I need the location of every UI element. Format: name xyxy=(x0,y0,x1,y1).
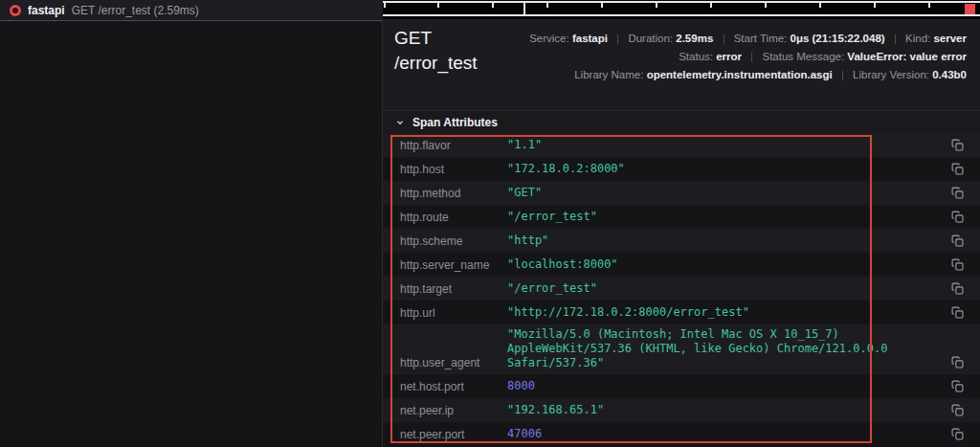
attr-row-http-method: http.method "GET" xyxy=(383,181,980,205)
status-value: error xyxy=(716,51,742,62)
attr-row-http-url: http.url "http://172.18.0.2:8000/error_t… xyxy=(383,301,980,324)
divider xyxy=(842,71,843,80)
attr-row-http-target: http.target "/error_test" xyxy=(383,277,980,301)
attr-row-http-host: http.host "172.18.0.2:8000" xyxy=(383,157,980,181)
attr-key: net.peer.ip xyxy=(400,404,507,417)
library-version-label: Library Version: xyxy=(853,69,929,80)
error-marker-icon xyxy=(965,4,975,14)
copy-icon[interactable] xyxy=(947,256,967,275)
kind-value: server xyxy=(933,33,967,44)
span-meta: Service: fastapi Duration: 2.59ms Start … xyxy=(529,30,967,84)
library-name-value: opentelemetry.instrumentation.asgi xyxy=(647,69,833,80)
ruler-cursor[interactable] xyxy=(523,1,525,16)
attr-row-http-user-agent: http.user_agent "Mozilla/5.0 (Macintosh;… xyxy=(383,324,980,374)
library-version-value: 0.43b0 xyxy=(932,69,967,80)
attr-row-net-host-port: net.host.port 8000 xyxy=(383,374,980,398)
copy-icon[interactable] xyxy=(947,136,967,155)
ruler-line xyxy=(383,1,980,3)
span-title: GET /error_test xyxy=(394,26,478,76)
ruler-tick xyxy=(765,2,767,8)
meta-line-2: Status: error Status Message: ValueError… xyxy=(529,48,967,66)
error-service-icon xyxy=(10,5,21,16)
attr-key: http.target xyxy=(400,282,507,296)
copy-icon[interactable] xyxy=(947,160,967,179)
duration-value: 2.59ms xyxy=(676,33,713,44)
meta-line-1: Service: fastapi Duration: 2.59ms Start … xyxy=(529,30,967,48)
status-message-value: ValueError: value error xyxy=(847,51,967,62)
attr-key: http.scheme xyxy=(400,235,507,248)
divider xyxy=(751,53,752,62)
service-label: Service: xyxy=(529,33,569,44)
attr-key: http.url xyxy=(400,306,507,320)
root-span-row[interactable]: fastapi GET /error_test (2.59ms) xyxy=(0,0,383,20)
attr-key: net.host.port xyxy=(400,380,507,393)
attr-row-http-scheme: http.scheme "http" xyxy=(383,229,980,253)
copy-icon[interactable] xyxy=(947,303,967,323)
span-attributes-section-toggle[interactable]: Span Attributes xyxy=(383,110,980,133)
meta-line-3: Library Name: opentelemetry.instrumentat… xyxy=(529,66,967,84)
span-method: GET xyxy=(394,26,478,51)
attr-value: "http" xyxy=(507,234,936,248)
trace-tree-pane: fastapi GET /error_test (2.59ms) xyxy=(0,0,383,447)
service-name: fastapi xyxy=(28,4,65,17)
ruler-tick xyxy=(546,2,548,8)
kind-label: Kind: xyxy=(905,33,930,44)
copy-icon[interactable] xyxy=(947,425,967,444)
attr-value: "localhost:8000" xyxy=(507,257,936,272)
span-detail-header: GET /error_test Service: fastapi Duratio… xyxy=(383,19,980,110)
attr-value: 8000 xyxy=(507,379,936,393)
copy-icon[interactable] xyxy=(947,401,967,420)
span-attributes-table: http.flavor "1.1" http.host "172.18.0.2:… xyxy=(383,133,980,446)
attr-row-net-peer-ip: net.peer.ip "192.168.65.1" xyxy=(383,398,980,422)
divider xyxy=(895,34,896,44)
span-detail-pane: GET /error_test Service: fastapi Duratio… xyxy=(383,0,980,447)
ruler-line xyxy=(383,14,980,16)
status-label: Status: xyxy=(679,51,713,62)
copy-icon[interactable] xyxy=(947,377,967,396)
attr-value: "192.168.65.1" xyxy=(507,403,936,417)
ruler-tick xyxy=(874,2,876,8)
attr-row-http-server-name: http.server_name "localhost:8000" xyxy=(383,253,980,277)
ruler-tick xyxy=(384,2,386,8)
ruler-tick xyxy=(437,2,439,8)
divider xyxy=(724,34,724,44)
attr-value: "Mozilla/5.0 (Macintosh; Intel Mac OS X … xyxy=(507,327,936,370)
attr-value: "1.1" xyxy=(507,138,936,152)
ruler-tick xyxy=(492,2,494,8)
duration-label: Duration: xyxy=(628,33,673,44)
ruler-tick xyxy=(928,2,930,8)
ruler-tick xyxy=(710,2,712,8)
ruler-tick xyxy=(601,2,603,8)
copy-icon[interactable] xyxy=(947,232,967,251)
attr-value: "/error_test" xyxy=(507,281,936,296)
copy-icon[interactable] xyxy=(947,279,967,299)
start-time-label: Start Time: xyxy=(734,33,788,44)
status-message-label: Status Message: xyxy=(762,51,844,62)
copy-icon[interactable] xyxy=(947,208,967,227)
attr-key: http.host xyxy=(400,163,507,176)
attr-row-net-peer-port: net.peer.port 47006 xyxy=(383,422,980,446)
attr-value: "/error_test" xyxy=(507,210,936,224)
section-title: Span Attributes xyxy=(412,116,498,129)
divider xyxy=(617,34,618,44)
attr-row-http-route: http.route "/error_test" xyxy=(383,205,980,229)
span-operation-label: GET /error_test (2.59ms) xyxy=(72,4,199,17)
attr-key: http.method xyxy=(400,187,507,200)
chevron-down-icon xyxy=(395,118,405,127)
attr-value: "http://172.18.0.2:8000/error_test" xyxy=(507,305,936,320)
attr-value: 47006 xyxy=(507,427,936,441)
attr-key: http.route xyxy=(400,211,507,224)
copy-icon[interactable] xyxy=(947,184,967,203)
start-time-value: 0μs (21:15:22.048) xyxy=(791,33,885,44)
span-path: /error_test xyxy=(394,51,478,76)
attr-key: http.user_agent xyxy=(400,356,507,371)
timeline-ruler[interactable] xyxy=(383,0,980,19)
ruler-tick xyxy=(656,2,657,8)
trace-timeline-pane xyxy=(0,20,383,447)
service-value: fastapi xyxy=(572,33,608,44)
attr-key: http.flavor xyxy=(400,139,507,152)
attr-key: http.server_name xyxy=(400,258,507,272)
attr-key: net.peer.port xyxy=(400,428,507,441)
copy-icon[interactable] xyxy=(947,352,967,371)
attr-value: "GET" xyxy=(507,186,936,200)
